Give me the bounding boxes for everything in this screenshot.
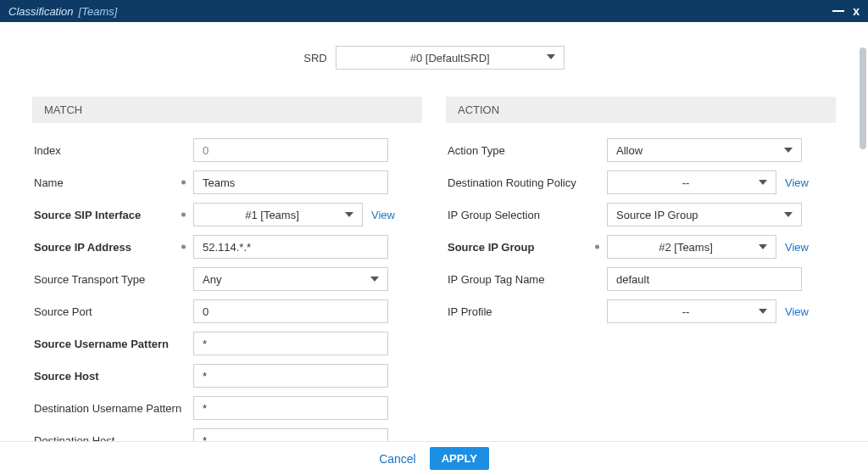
src-user-pat-label: Source Username Pattern xyxy=(32,338,193,350)
match-column: MATCH Index Name Source SIP Interface xyxy=(32,97,422,441)
action-section-header: ACTION xyxy=(446,97,836,123)
src-ip-group-select[interactable]: #2 [Teams] xyxy=(607,235,776,259)
srd-row: SRD #0 [DefaultSRD] xyxy=(17,46,851,70)
dst-routing-label: Destination Routing Policy xyxy=(446,176,607,189)
ip-profile-label: IP Profile xyxy=(446,305,607,318)
src-sip-if-select[interactable]: #1 [Teams] xyxy=(193,203,363,226)
view-link[interactable]: View xyxy=(785,176,809,189)
srd-label: SRD xyxy=(303,52,326,64)
chevron-down-icon xyxy=(547,54,555,59)
ip-group-sel-select[interactable]: Source IP Group xyxy=(607,203,802,226)
dirty-indicator-icon xyxy=(181,181,186,185)
srd-select[interactable]: #0 [DefaultSRD] xyxy=(336,46,565,70)
chevron-down-icon xyxy=(759,309,767,314)
src-sip-if-value: #1 [Teams] xyxy=(245,209,299,221)
ip-group-sel-label: IP Group Selection xyxy=(446,209,607,221)
src-transport-value: Any xyxy=(203,273,221,286)
index-label: Index xyxy=(32,144,193,157)
close-icon[interactable]: x xyxy=(853,4,860,18)
srd-value: #0 [DefaultSRD] xyxy=(410,52,490,64)
ip-group-sel-value: Source IP Group xyxy=(616,209,698,221)
name-input[interactable] xyxy=(193,170,388,194)
src-port-label: Source Port xyxy=(32,305,193,318)
src-transport-label: Source Transport Type xyxy=(32,273,193,286)
chevron-down-icon xyxy=(345,212,353,217)
dialog-footer: Cancel APPLY xyxy=(0,441,868,475)
dirty-indicator-icon xyxy=(181,213,186,217)
src-transport-select[interactable]: Any xyxy=(193,267,388,291)
chevron-down-icon xyxy=(784,148,793,153)
minimize-icon[interactable] xyxy=(832,10,844,12)
src-user-pat-input[interactable] xyxy=(193,332,388,355)
dirty-indicator-icon xyxy=(595,245,599,249)
dst-routing-select[interactable]: -- xyxy=(607,170,776,194)
scrollbar[interactable] xyxy=(860,48,866,149)
cancel-button[interactable]: Cancel xyxy=(379,452,416,466)
src-port-input[interactable] xyxy=(193,299,388,323)
action-type-value: Allow xyxy=(616,144,643,157)
ip-profile-value: -- xyxy=(682,305,690,318)
title-bar: Classification [Teams] x xyxy=(0,0,868,22)
action-type-select[interactable]: Allow xyxy=(607,138,802,162)
ip-group-tag-label: IP Group Tag Name xyxy=(446,273,607,286)
src-host-input[interactable] xyxy=(193,364,388,388)
dst-host-label: Destination Host xyxy=(32,434,193,442)
ip-profile-select[interactable]: -- xyxy=(607,299,776,323)
chevron-down-icon xyxy=(370,277,379,282)
dst-user-pat-label: Destination Username Pattern xyxy=(32,402,193,415)
src-sip-if-label: Source SIP Interface xyxy=(32,209,193,221)
index-input[interactable] xyxy=(193,138,388,162)
ip-group-tag-input[interactable] xyxy=(607,267,802,291)
match-section-header: MATCH xyxy=(32,97,422,123)
dialog-content: SRD #0 [DefaultSRD] MATCH Index Name xyxy=(0,22,868,441)
src-ip-label: Source IP Address xyxy=(32,241,193,254)
src-ip-input[interactable] xyxy=(193,235,388,259)
window-subtitle: [Teams] xyxy=(79,5,118,18)
dst-routing-value: -- xyxy=(682,176,690,189)
src-ip-group-value: #2 [Teams] xyxy=(659,241,713,254)
view-link[interactable]: View xyxy=(371,209,395,221)
chevron-down-icon xyxy=(759,180,767,185)
dirty-indicator-icon xyxy=(181,245,186,249)
dst-host-input[interactable] xyxy=(193,428,388,441)
action-column: ACTION Action Type Allow Destination Rou… xyxy=(446,97,836,441)
chevron-down-icon xyxy=(759,244,767,249)
view-link[interactable]: View xyxy=(785,241,809,254)
src-host-label: Source Host xyxy=(32,370,193,383)
view-link[interactable]: View xyxy=(785,305,809,318)
dst-user-pat-input[interactable] xyxy=(193,396,388,420)
action-type-label: Action Type xyxy=(446,144,607,157)
apply-button[interactable]: APPLY xyxy=(430,447,489,470)
window-title: Classification xyxy=(8,5,74,18)
src-ip-group-label: Source IP Group xyxy=(446,241,607,254)
chevron-down-icon xyxy=(784,212,793,217)
name-label: Name xyxy=(32,176,193,189)
